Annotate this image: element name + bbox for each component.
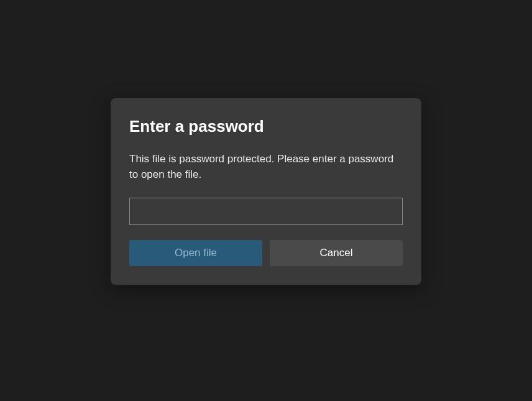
dialog-button-row: Open file Cancel <box>129 240 403 266</box>
dialog-title: Enter a password <box>129 117 403 136</box>
open-file-button[interactable]: Open file <box>129 240 262 266</box>
cancel-button[interactable]: Cancel <box>270 240 403 266</box>
dialog-message: This file is password protected. Please … <box>129 151 403 183</box>
password-input[interactable] <box>129 198 403 225</box>
password-dialog: Enter a password This file is password p… <box>111 98 421 285</box>
